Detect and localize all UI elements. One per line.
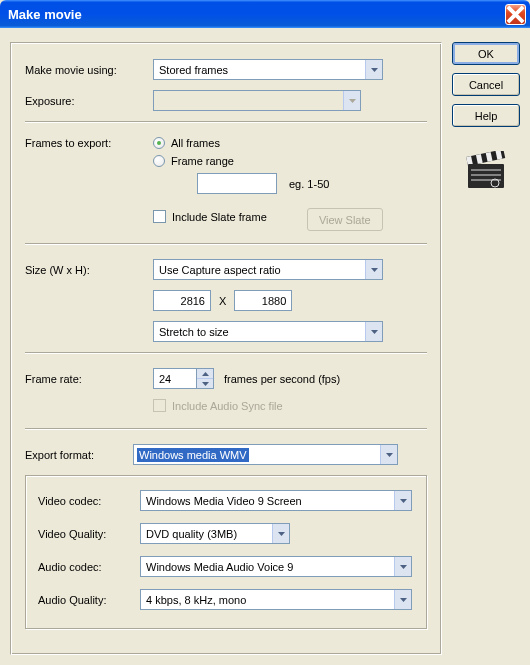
- size-label: Size (W x H):: [25, 264, 153, 276]
- chevron-down-icon: [380, 445, 397, 464]
- audio-codec-select[interactable]: Windows Media Audio Voice 9: [140, 556, 412, 577]
- checkbox-icon: [153, 399, 166, 412]
- frame-range-label: Frame range: [171, 155, 234, 167]
- main-panel: Make movie using: Stored frames Exposure…: [10, 42, 442, 655]
- divider: [25, 121, 427, 123]
- frame-rate-label: Frame rate:: [25, 373, 153, 385]
- chevron-down-icon: [365, 260, 382, 279]
- size-mode-select[interactable]: Use Capture aspect ratio: [153, 259, 383, 280]
- include-audio-sync-checkbox: Include Audio Sync file: [153, 399, 283, 412]
- video-codec-select[interactable]: Windows Media Video 9 Screen: [140, 490, 412, 511]
- frame-range-hint: eg. 1-50: [289, 178, 329, 190]
- titlebar: Make movie: [0, 0, 530, 28]
- include-audio-sync-label: Include Audio Sync file: [172, 400, 283, 412]
- fps-label: frames per second (fps): [224, 373, 340, 385]
- spin-up-icon[interactable]: [197, 369, 213, 379]
- divider: [25, 428, 427, 430]
- width-input[interactable]: 2816: [153, 290, 211, 311]
- chevron-down-icon: [394, 491, 411, 510]
- height-input[interactable]: 1880: [234, 290, 292, 311]
- close-button[interactable]: [505, 4, 526, 25]
- radio-icon: [153, 137, 165, 149]
- audio-quality-label: Audio Quality:: [38, 594, 140, 606]
- export-format-select[interactable]: Windows media WMV: [133, 444, 398, 465]
- view-slate-button: View Slate: [307, 208, 383, 231]
- all-frames-label: All frames: [171, 137, 220, 149]
- chevron-down-icon: [365, 60, 382, 79]
- clapperboard-icon: [465, 151, 507, 191]
- radio-icon: [153, 155, 165, 167]
- frame-range-radio[interactable]: Frame range: [153, 155, 427, 167]
- divider: [25, 352, 427, 354]
- frame-rate-spinner[interactable]: 24: [153, 368, 214, 389]
- video-quality-select[interactable]: DVD quality (3MB): [140, 523, 290, 544]
- help-button[interactable]: Help: [452, 104, 520, 127]
- side-column: OK Cancel Help: [452, 42, 520, 655]
- exposure-label: Exposure:: [25, 95, 153, 107]
- frames-to-export-label: Frames to export:: [25, 137, 153, 149]
- chevron-down-icon: [394, 557, 411, 576]
- spin-down-icon[interactable]: [197, 379, 213, 388]
- chevron-down-icon: [394, 590, 411, 609]
- stretch-select[interactable]: Stretch to size: [153, 321, 383, 342]
- chevron-down-icon: [365, 322, 382, 341]
- chevron-down-icon: [272, 524, 289, 543]
- export-format-label: Export format:: [25, 449, 133, 461]
- exposure-select[interactable]: [153, 90, 361, 111]
- divider: [25, 243, 427, 245]
- by-label: X: [219, 295, 226, 307]
- video-codec-label: Video codec:: [38, 495, 140, 507]
- codec-group: Video codec: Windows Media Video 9 Scree…: [25, 475, 427, 629]
- audio-codec-label: Audio codec:: [38, 561, 140, 573]
- cancel-button[interactable]: Cancel: [452, 73, 520, 96]
- client-area: Make movie using: Stored frames Exposure…: [0, 28, 530, 665]
- window-title: Make movie: [8, 7, 505, 22]
- include-slate-checkbox[interactable]: Include Slate frame: [153, 210, 267, 223]
- make-movie-using-label: Make movie using:: [25, 64, 153, 76]
- audio-quality-select[interactable]: 4 kbps, 8 kHz, mono: [140, 589, 412, 610]
- checkbox-icon: [153, 210, 166, 223]
- chevron-down-icon: [343, 91, 360, 110]
- include-slate-label: Include Slate frame: [172, 211, 267, 223]
- video-quality-label: Video Quality:: [38, 528, 140, 540]
- frame-range-input[interactable]: [197, 173, 277, 194]
- make-movie-using-select[interactable]: Stored frames: [153, 59, 383, 80]
- all-frames-radio[interactable]: All frames: [153, 137, 427, 149]
- ok-button[interactable]: OK: [452, 42, 520, 65]
